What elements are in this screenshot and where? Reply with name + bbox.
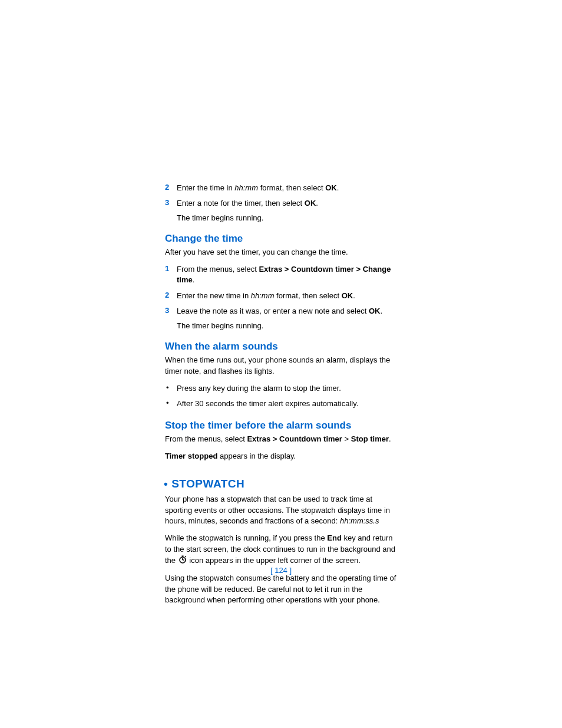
step-number: 3 [165, 198, 177, 209]
stopwatch-icon [178, 555, 187, 567]
step-number: 2 [165, 291, 177, 301]
heading-stop-timer: Stop the timer before the alarm sounds [165, 420, 401, 431]
svg-rect-3 [181, 555, 183, 556]
paragraph: Timer stopped appears in the display. [165, 451, 401, 462]
list-item: 3 Leave the note as it was, or enter a n… [165, 306, 401, 317]
step-text: Leave the note as it was, or enter a new… [177, 306, 382, 317]
heading-change-time: Change the time [165, 233, 401, 245]
page-content: 2 Enter the time in hh:mm format, then s… [165, 183, 401, 612]
bullet-marker: • [165, 383, 177, 394]
list-item: • Press any key during the alarm to stop… [165, 383, 401, 394]
step-text: Enter the time in hh:mm format, then sel… [177, 183, 339, 193]
step-number: 2 [165, 183, 177, 193]
section-bullet-icon: • [164, 477, 168, 490]
list-item: • After 30 seconds the timer alert expir… [165, 398, 401, 409]
step-text: Enter the new time in hh:mm format, then… [177, 291, 355, 301]
heading-stopwatch: •STOPWATCH [164, 477, 401, 490]
step-number: 3 [165, 306, 177, 317]
paragraph: Using the stopwatch consumes the battery… [165, 573, 401, 607]
result-text: The timer begins running. [177, 321, 401, 330]
page-number: [ 124 ] [0, 566, 562, 575]
list-item: 2 Enter the new time in hh:mm format, th… [165, 291, 401, 301]
step-text: Enter a note for the timer, then select … [177, 198, 318, 209]
paragraph: After you have set the timer, you can ch… [165, 247, 401, 258]
bullet-text: After 30 seconds the timer alert expires… [177, 398, 358, 409]
list-item: 2 Enter the time in hh:mm format, then s… [165, 183, 401, 193]
heading-alarm-sounds: When the alarm sounds [165, 341, 401, 353]
paragraph: While the stopwatch is running, if you p… [165, 533, 401, 567]
paragraph: Your phone has a stopwatch that can be u… [165, 494, 401, 528]
paragraph: When the time runs out, your phone sound… [165, 355, 401, 377]
bullet-text: Press any key during the alarm to stop t… [177, 383, 341, 394]
paragraph: From the menus, select Extras > Countdow… [165, 434, 401, 445]
bullet-marker: • [165, 398, 177, 409]
list-item: 1 From the menus, select Extras > Countd… [165, 264, 401, 285]
step-number: 1 [165, 264, 177, 285]
step-text: From the menus, select Extras > Countdow… [177, 264, 401, 285]
svg-line-4 [185, 556, 186, 557]
list-item: 3 Enter a note for the timer, then selec… [165, 198, 401, 209]
result-text: The timer begins running. [177, 213, 401, 222]
